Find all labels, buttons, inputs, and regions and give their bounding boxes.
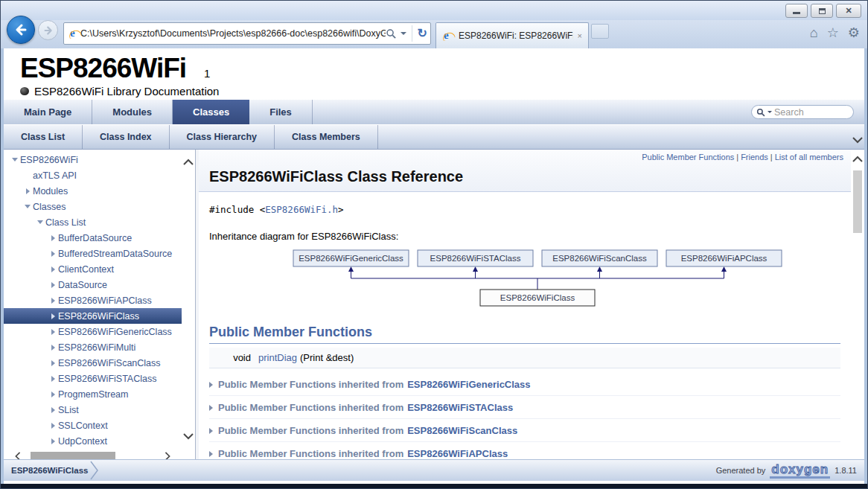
tree-expand-icon[interactable] bbox=[48, 235, 58, 241]
sidebar-vertical-scrollbar[interactable] bbox=[182, 150, 195, 449]
tree-item-esp8266wifimulti[interactable]: ESP8266WiFiMulti bbox=[4, 339, 182, 355]
tree-item-sslcontext[interactable]: SSLContext bbox=[4, 418, 182, 433]
summary-link-list-of-all-members[interactable]: List of all members bbox=[775, 153, 843, 162]
doc-search-box[interactable] bbox=[751, 105, 854, 119]
tree-item-slist[interactable]: SList bbox=[4, 402, 182, 418]
tree-item-bufferedstreamdatasource[interactable]: BufferedStreamDataSource bbox=[4, 246, 182, 261]
tree-item-esp8266wifiscanclass[interactable]: ESP8266WiFiScanClass bbox=[4, 355, 182, 371]
summary-link-public-member-functions[interactable]: Public Member Functions bbox=[642, 153, 734, 162]
tree-collapse-icon[interactable] bbox=[22, 205, 33, 208]
tab-favicon: e bbox=[442, 30, 454, 42]
tab-modules[interactable]: Modules bbox=[92, 100, 173, 124]
breadcrumb-item-esp8266wificlass[interactable]: ESP8266WiFiClass bbox=[11, 466, 88, 475]
tree-item-modules[interactable]: Modules bbox=[4, 183, 182, 199]
search-icon[interactable] bbox=[386, 28, 397, 39]
text-block: #include <ESP8266WiFi.h> Inheritance dia… bbox=[199, 192, 851, 310]
address-bar[interactable]: e ↻ bbox=[63, 22, 431, 45]
inherited-class-link[interactable]: ESP8266WiFiSTAClass bbox=[407, 402, 513, 413]
restore-button[interactable] bbox=[811, 4, 833, 18]
inherited-section-esp8266wifiscanclass[interactable]: Public Member Functions inherited fromES… bbox=[209, 419, 840, 442]
summary-links: Public Member Functions|Friends|List of … bbox=[642, 153, 843, 162]
inherited-class-link[interactable]: ESP8266WiFiAPClass bbox=[407, 448, 508, 459]
address-dropdown-icon[interactable] bbox=[401, 32, 406, 35]
tree-item-classes[interactable]: Classes bbox=[4, 199, 182, 214]
address-input[interactable] bbox=[80, 28, 386, 39]
tree-item-datasource[interactable]: DataSource bbox=[4, 277, 182, 293]
tree-expand-icon[interactable] bbox=[48, 407, 58, 413]
tree-item-esp8266wifi[interactable]: ESP8266WiFi bbox=[4, 152, 182, 167]
tree-item-udpcontext[interactable]: UdpContext bbox=[4, 433, 182, 449]
tree-item-label: ESP8266WiFiClass bbox=[58, 311, 139, 322]
tree-expand-icon[interactable] bbox=[48, 298, 58, 304]
include-file-link[interactable]: ESP8266WiFi.h bbox=[265, 204, 338, 215]
tree-item-esp8266wifigenericclass[interactable]: ESP8266WiFiGenericClass bbox=[4, 324, 182, 339]
diagram-arrowhead-icon bbox=[348, 266, 354, 272]
tree-item-label: UdpContext bbox=[58, 436, 107, 447]
title-bar[interactable]: ✕ bbox=[1, 1, 867, 20]
tree-expand-icon[interactable] bbox=[48, 282, 58, 288]
vertical-scroll-thumb[interactable] bbox=[853, 170, 862, 233]
tab-close-icon[interactable]: × bbox=[578, 31, 582, 40]
inherited-class-link[interactable]: ESP8266WiFiGenericClass bbox=[407, 379, 530, 390]
tree-item-esp8266wificlass[interactable]: ESP8266WiFiClass bbox=[4, 308, 182, 324]
tree-item-label: ESP8266WiFiAPClass bbox=[58, 295, 152, 306]
tree-item-bufferdatasource[interactable]: BufferDataSource bbox=[4, 230, 182, 246]
tree-expand-icon[interactable] bbox=[48, 266, 58, 272]
inherited-section-esp8266wifistaclass[interactable]: Public Member Functions inherited fromES… bbox=[209, 396, 840, 419]
tree-item-class-list[interactable]: Class List bbox=[4, 214, 182, 230]
tree-item-clientcontext[interactable]: ClientContext bbox=[4, 261, 182, 277]
tree-expand-icon[interactable] bbox=[48, 360, 58, 366]
scroll-up-icon[interactable] bbox=[183, 159, 194, 166]
breadcrumb: ESP8266WiFiClass bbox=[11, 461, 100, 480]
inherited-section-esp8266wifigenericclass[interactable]: Public Member Functions inherited fromES… bbox=[209, 373, 840, 396]
content-scroll-up-icon[interactable] bbox=[852, 156, 863, 163]
tree-item-esp8266wifistaclass[interactable]: ESP8266WiFiSTAClass bbox=[4, 371, 182, 386]
tree-expand-icon[interactable] bbox=[48, 376, 58, 382]
new-tab-button[interactable] bbox=[591, 24, 609, 39]
tree-expand-icon[interactable] bbox=[48, 423, 58, 429]
tree-expand-icon[interactable] bbox=[22, 188, 33, 194]
tree-expand-icon[interactable] bbox=[48, 438, 58, 444]
subtab-class-members[interactable]: Class Members bbox=[275, 125, 378, 149]
back-button[interactable] bbox=[7, 16, 35, 44]
diagram-box-esp8266wifigenericclass-label: ESP8266WiFiGenericClass bbox=[299, 254, 403, 263]
settings-gear-icon[interactable]: ⚙ bbox=[848, 26, 860, 39]
scroll-down-icon[interactable] bbox=[183, 432, 194, 440]
tree-item-label: SSLContext bbox=[58, 421, 108, 431]
doc-search-input[interactable] bbox=[774, 107, 849, 118]
favorites-star-icon[interactable]: ☆ bbox=[827, 26, 839, 39]
subtab-class-index[interactable]: Class Index bbox=[83, 125, 169, 149]
tab-classes[interactable]: Classes bbox=[173, 100, 249, 124]
home-icon[interactable]: ⌂ bbox=[810, 26, 818, 39]
subtab-class-list[interactable]: Class List bbox=[4, 125, 83, 149]
tab-main-page[interactable]: Main Page bbox=[4, 100, 92, 124]
forward-button[interactable] bbox=[38, 20, 58, 40]
tree-item-axtls-api[interactable]: axTLS API bbox=[4, 167, 182, 183]
tree-item-progmemstream[interactable]: ProgmemStream bbox=[4, 386, 182, 402]
tab-files[interactable]: Files bbox=[249, 100, 313, 124]
back-arrow-icon bbox=[13, 22, 29, 38]
search-options-caret-icon[interactable] bbox=[768, 111, 772, 113]
project-number: 1 bbox=[204, 67, 210, 80]
browser-tab[interactable]: e ESP8266WiFi: ESP8266WiFi... × bbox=[435, 22, 589, 48]
doxygen-logo[interactable]: doxygen bbox=[770, 463, 830, 479]
tree-expand-icon[interactable] bbox=[48, 329, 58, 335]
tree-expand-icon[interactable] bbox=[48, 345, 58, 351]
doxygen-version: 1.8.11 bbox=[835, 466, 857, 475]
refresh-icon[interactable]: ↻ bbox=[418, 28, 427, 39]
minimize-button[interactable] bbox=[785, 4, 808, 18]
doc-search-icon[interactable] bbox=[756, 108, 765, 117]
tree-expand-icon[interactable] bbox=[48, 391, 58, 397]
tree-expand-icon[interactable] bbox=[48, 251, 58, 257]
close-button[interactable]: ✕ bbox=[836, 4, 861, 18]
tree-expand-icon[interactable] bbox=[48, 313, 58, 319]
subtab-class-hierarchy[interactable]: Class Hierarchy bbox=[170, 125, 275, 149]
tree-item-esp8266wifiapclass[interactable]: ESP8266WiFiAPClass bbox=[4, 293, 182, 308]
member-name-link[interactable]: printDiag bbox=[258, 352, 297, 363]
inherited-prefix: Public Member Functions inherited from bbox=[218, 379, 403, 390]
content-scroll-down-icon[interactable] bbox=[852, 136, 863, 144]
tree-collapse-icon[interactable] bbox=[35, 220, 45, 224]
tree-collapse-icon[interactable] bbox=[10, 158, 20, 162]
summary-link-friends[interactable]: Friends bbox=[741, 153, 768, 162]
inherited-class-link[interactable]: ESP8266WiFiScanClass bbox=[407, 425, 517, 436]
